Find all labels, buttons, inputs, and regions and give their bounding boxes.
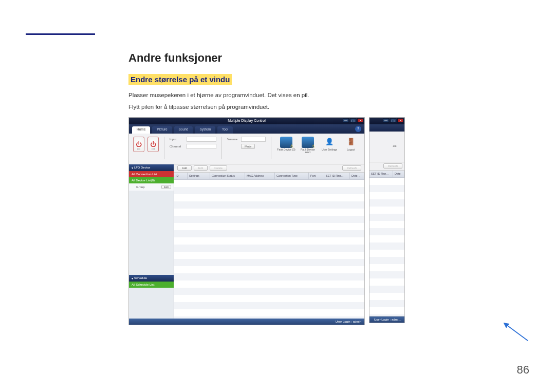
side-col-setid[interactable]: SET ID Ran…: [369, 171, 393, 177]
side-status-bar: User Login : admi…: [369, 316, 404, 323]
sidebar-bottom-spacer: [129, 288, 174, 319]
minimize-button[interactable]: —: [343, 118, 349, 123]
sidebar-item-all-device[interactable]: All Device List(0): [129, 177, 174, 183]
app-side-window: — ▢ ✕ out Refresh SET ID Ran… Dete: [369, 117, 405, 323]
sidebar-conn-label: All Connection List: [132, 173, 157, 176]
content-pane: Add Edit Delete Refresh ID Settings Conn…: [174, 164, 364, 319]
instruction-text-1: Plasser musepekeren i et hjørne av progr…: [128, 91, 529, 100]
sidebar-section-schedule[interactable]: Schedule: [129, 275, 174, 282]
col-id[interactable]: ID: [174, 173, 188, 179]
channel-select[interactable]: [187, 144, 216, 149]
side-maximize-button[interactable]: ▢: [390, 118, 396, 123]
monitor-warning-icon: [302, 137, 314, 148]
sidebar-item-all-connection[interactable]: All Connection List: [129, 171, 174, 177]
door-icon: 🚪: [345, 137, 357, 148]
side-list-toolbar: Refresh: [369, 162, 404, 171]
sidebar-group-label: Group: [136, 185, 145, 189]
sidebar-item-all-schedule[interactable]: All Schedule List: [129, 282, 174, 288]
app-main-window: Multiple Display Control — ▢ ✕ Home Pict…: [128, 117, 365, 325]
logout-button[interactable]: 🚪 Logout: [342, 137, 360, 154]
input-select[interactable]: [187, 137, 216, 142]
side-close-button[interactable]: ✕: [397, 118, 403, 123]
resize-arrow-annotation: [128, 325, 529, 346]
logout-label: Logout: [347, 148, 355, 152]
help-button[interactable]: ?: [355, 126, 361, 132]
mute-button[interactable]: Mute: [241, 144, 255, 149]
list-toolbar: Add Edit Delete Refresh: [174, 164, 364, 173]
status-bar: User Login : admin: [129, 319, 364, 325]
tab-sound[interactable]: Sound: [174, 126, 193, 134]
side-logout-fragment[interactable]: out: [387, 145, 402, 148]
col-settings[interactable]: Settings: [188, 173, 210, 179]
power-on-button[interactable]: ⏻ On: [133, 137, 144, 152]
maximize-button[interactable]: ▢: [350, 118, 356, 123]
power-icon: ⏻: [150, 141, 156, 147]
subsection-heading: Endre størrelse på et vindu: [128, 74, 232, 85]
tab-tool[interactable]: Tool: [217, 126, 233, 134]
sidebar-dev-label: All Device List(0): [132, 179, 155, 182]
separator: [271, 137, 271, 159]
monitor-warning-icon: [280, 137, 292, 148]
fault-alert-button[interactable]: Fault Device Alert: [299, 137, 317, 154]
col-dete[interactable]: Dete…: [350, 173, 364, 179]
section-heading: Andre funksjoner: [128, 51, 529, 65]
side-logout-label: out: [393, 145, 397, 148]
volume-label: Volume: [227, 138, 239, 141]
delete-button[interactable]: Delete: [210, 165, 227, 171]
user-login-status: User Login : admin: [336, 320, 361, 323]
sidebar-spacer: [129, 191, 174, 275]
titlebar: Multiple Display Control — ▢ ✕: [129, 118, 364, 124]
power-on-label: On: [137, 147, 141, 151]
fault-alert-label: Fault Device Alert: [299, 148, 317, 154]
volume-slider[interactable]: [241, 137, 266, 142]
separator: [221, 137, 222, 159]
col-port[interactable]: Port: [309, 173, 324, 179]
instruction-text-2: Flytt pilen for å tilpasse størrelsen på…: [128, 103, 529, 111]
sidebar-item-group[interactable]: Group Edit: [129, 183, 174, 191]
tab-home[interactable]: Home: [132, 126, 150, 134]
edit-button[interactable]: Edit: [194, 165, 208, 171]
col-setid[interactable]: SET ID Ran…: [324, 173, 350, 179]
add-button[interactable]: Add: [177, 165, 192, 171]
sidebar-section-lfd[interactable]: LFD Device: [129, 164, 174, 171]
side-refresh-button[interactable]: Refresh: [383, 163, 402, 169]
channel-label: Channel: [170, 145, 185, 148]
power-off-label: Off: [152, 147, 155, 151]
fault-device-button[interactable]: Fault Device (0): [277, 137, 295, 154]
user-settings-label: User Settings: [322, 148, 337, 152]
separator: [164, 137, 164, 159]
input-label: Input: [170, 138, 185, 141]
side-user-login-status: User Login : admi…: [374, 318, 401, 321]
sidebar: LFD Device All Connection List All Devic…: [129, 164, 174, 319]
sidebar-schedule-label: Schedule: [134, 276, 147, 279]
svg-line-0: [504, 323, 528, 341]
screenshot-figure: Multiple Display Control — ▢ ✕ Home Pict…: [128, 117, 529, 325]
sidebar-lfd-label: LFD Device: [134, 166, 150, 169]
side-minimize-button[interactable]: —: [383, 118, 389, 123]
side-grid-header: SET ID Ran… Dete: [369, 171, 404, 178]
refresh-button[interactable]: Refresh: [342, 165, 361, 171]
app-title: Multiple Display Control: [228, 119, 266, 122]
user-settings-button[interactable]: 👤 User Settings: [320, 137, 339, 154]
page-number: 86: [517, 363, 529, 377]
sidebar-sched-label: All Schedule List: [132, 283, 154, 286]
side-titlebar: — ▢ ✕: [369, 118, 404, 124]
tab-picture[interactable]: Picture: [152, 126, 172, 134]
side-tabbar: [369, 124, 404, 132]
grid-body[interactable]: [174, 180, 364, 319]
tab-bar: Home Picture Sound System Tool ?: [129, 124, 364, 134]
ribbon-toolbar: ⏻ On ⏻ Off Input: [129, 134, 364, 164]
grid-header: ID Settings Connection Status MAC Addres…: [174, 173, 364, 180]
close-button[interactable]: ✕: [357, 118, 363, 123]
user-icon: 👤: [323, 137, 336, 148]
col-conn-status[interactable]: Connection Status: [210, 173, 245, 179]
side-col-dete[interactable]: Dete: [393, 171, 404, 177]
power-off-button[interactable]: ⏻ Off: [147, 137, 159, 152]
power-icon: ⏻: [136, 141, 142, 147]
side-grid-body[interactable]: [369, 178, 404, 316]
header-rule: [26, 33, 95, 35]
tab-system[interactable]: System: [195, 126, 215, 134]
col-conn-type[interactable]: Connection Type: [275, 173, 309, 179]
col-mac[interactable]: MAC Address: [245, 173, 275, 179]
group-edit-button[interactable]: Edit: [161, 185, 171, 189]
